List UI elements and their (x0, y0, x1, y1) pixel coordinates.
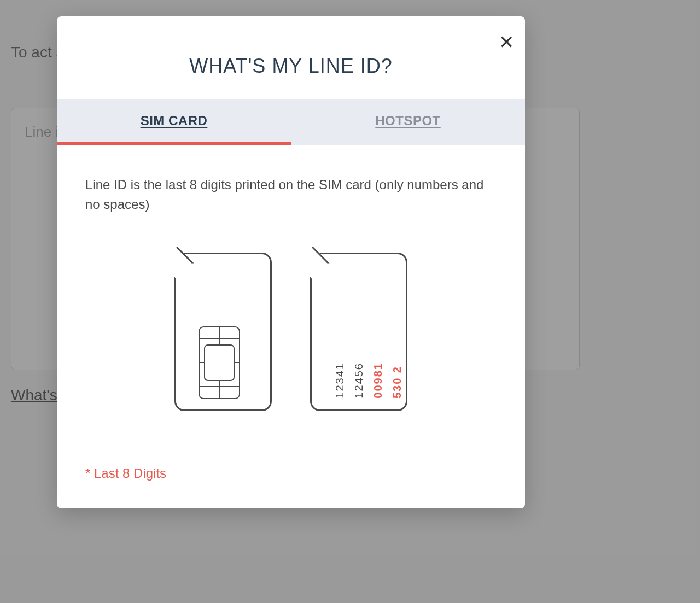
line-id-modal: ✕ WHAT'S MY LINE ID? SIM CARD HOTSPOT Li… (57, 16, 525, 508)
svg-rect-1 (205, 345, 234, 380)
modal-title: WHAT'S MY LINE ID? (68, 55, 514, 78)
close-icon[interactable]: ✕ (499, 33, 514, 51)
sim-number-3-highlighted: 00981 (372, 362, 384, 399)
sim-card-front (174, 253, 272, 411)
modal-overlay[interactable]: ✕ WHAT'S MY LINE ID? SIM CARD HOTSPOT Li… (0, 0, 700, 603)
sim-diagram: 12341 12456 00981 530 2 (85, 253, 497, 411)
tab-bar: SIM CARD HOTSPOT (57, 99, 525, 145)
sim-number-1: 12341 (334, 362, 346, 399)
sim-chip-icon (198, 326, 241, 400)
sim-card-back: 12341 12456 00981 530 2 (310, 253, 407, 411)
modal-header: WHAT'S MY LINE ID? (57, 16, 525, 99)
line-id-description: Line ID is the last 8 digits printed on … (85, 175, 497, 214)
tab-sim-card[interactable]: SIM CARD (57, 99, 291, 145)
sim-numbers: 12341 12456 00981 530 2 (334, 362, 404, 399)
sim-number-2: 12456 (353, 362, 365, 399)
modal-body: Line ID is the last 8 digits printed on … (57, 145, 525, 508)
tab-hotspot[interactable]: HOTSPOT (291, 99, 525, 145)
last-8-digits-note: * Last 8 Digits (85, 466, 497, 481)
sim-number-4-highlighted: 530 2 (391, 366, 404, 399)
